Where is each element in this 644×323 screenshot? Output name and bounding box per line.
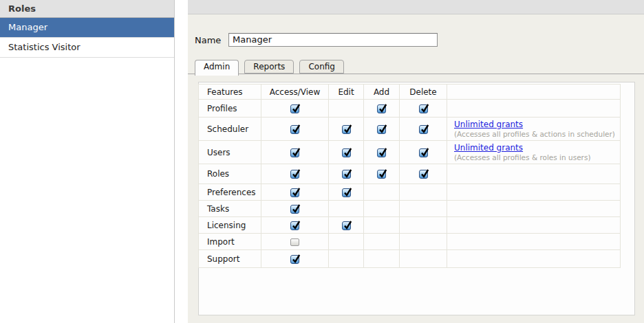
sidebar-item-statistics-visitor[interactable]: Statistics Visitor [0,38,174,58]
checkbox-checked[interactable] [290,221,299,230]
feature-name: Scheduler [199,118,261,141]
checkbox-checked[interactable] [342,221,351,230]
cell-add [364,118,400,141]
cell-delete [400,184,447,201]
checkmark-icon [291,168,301,179]
cell-access [261,164,329,184]
cell-edit [329,201,364,217]
tab-strip: Admin Reports Config [195,60,346,76]
roles-sidebar: Roles Manager Statistics Visitor [0,0,175,323]
col-header-features: Features [199,85,261,100]
grants-note: (Accesses all profiles & actions in sche… [454,130,620,138]
checkbox-checked[interactable] [342,148,351,157]
table-row: Licensing [199,217,621,234]
cell-edit [329,217,364,234]
cell-add [364,250,400,268]
col-header-edit: Edit [329,85,364,100]
cell-delete [400,217,447,234]
cell-access [261,234,329,250]
cell-access [261,100,329,118]
checkmark-icon [291,102,301,113]
checkmark-icon [378,168,388,179]
table-row: Tasks [199,201,621,217]
table-header-row: Features Access/View Edit Add Delete [199,85,621,100]
tab-admin[interactable]: Admin [195,60,239,76]
cell-access [261,184,329,201]
cell-add [364,141,400,164]
checkmark-icon [291,186,301,197]
checkbox-checked[interactable] [290,125,299,134]
col-header-add: Add [364,85,400,100]
cell-extra: Unlimited grants(Accesses all profiles &… [447,118,621,141]
checkmark-icon [420,102,430,113]
checkbox-checked[interactable] [419,104,428,113]
checkbox-checked[interactable] [377,170,386,179]
cell-edit [329,118,364,141]
cell-extra: Unlimited grants(Accesses all profiles &… [447,141,621,164]
checkbox-checked[interactable] [419,125,428,134]
name-input[interactable] [228,33,438,47]
cell-extra [447,100,621,118]
cell-extra [447,217,621,234]
checkbox-checked[interactable] [377,125,386,134]
tab-reports[interactable]: Reports [244,60,294,74]
checkbox-checked[interactable] [342,188,351,197]
cell-delete [400,100,447,118]
checkbox-checked[interactable] [419,148,428,157]
cell-add [364,164,400,184]
checkbox-checked[interactable] [342,170,351,179]
cell-edit [329,234,364,250]
table-row: Preferences [199,184,621,201]
checkbox-checked[interactable] [290,255,299,264]
cell-add [364,201,400,217]
unlimited-grants-link[interactable]: Unlimited grants [454,143,523,153]
checkbox-checked[interactable] [290,205,299,214]
feature-name: Support [199,250,261,268]
grants-note: (Accesses all profiles & roles in users) [454,153,620,162]
col-header-access-view: Access/View [261,85,329,100]
unlimited-grants-link[interactable]: Unlimited grants [454,120,523,129]
checkbox-unchecked[interactable] [290,238,299,246]
feature-name: Tasks [199,201,261,217]
feature-name: Import [199,234,261,250]
table-row: SchedulerUnlimited grants(Accesses all p… [199,118,621,141]
cell-delete [400,234,447,250]
detail-panel: Name Admin Reports Config Features Acces… [188,0,644,323]
features-table-body: ProfilesSchedulerUnlimited grants(Access… [199,100,621,268]
checkbox-checked[interactable] [419,170,428,179]
cell-extra [447,201,621,217]
checkbox-checked[interactable] [342,125,351,134]
col-header-extra [447,85,621,100]
checkbox-checked[interactable] [290,170,299,179]
checkmark-icon [343,186,353,197]
cell-extra [447,164,621,184]
features-table: Features Access/View Edit Add Delete Pro… [198,84,621,268]
checkmark-icon [343,219,353,230]
cell-delete [400,141,447,164]
cell-edit [329,164,364,184]
checkbox-checked[interactable] [290,148,299,157]
checkmark-icon [291,146,301,157]
table-row: Support [199,250,621,268]
cell-extra [447,250,621,268]
cell-access [261,250,329,268]
checkbox-checked[interactable] [290,104,299,113]
checkmark-icon [420,168,430,179]
checkbox-checked[interactable] [290,188,299,197]
checkmark-icon [378,146,388,157]
feature-name: Licensing [199,217,261,234]
cell-add [364,100,400,118]
cell-edit [329,184,364,201]
feature-name: Users [199,141,261,164]
feature-name: Preferences [199,184,261,201]
cell-delete [400,250,447,268]
cell-delete [400,201,447,217]
checkbox-checked[interactable] [377,104,386,113]
tab-config[interactable]: Config [299,60,344,74]
cell-edit [329,100,364,118]
col-header-delete: Delete [400,85,447,100]
checkmark-icon [291,219,301,230]
checkbox-checked[interactable] [377,148,386,157]
cell-extra [447,234,621,250]
sidebar-item-manager[interactable]: Manager [0,18,174,38]
